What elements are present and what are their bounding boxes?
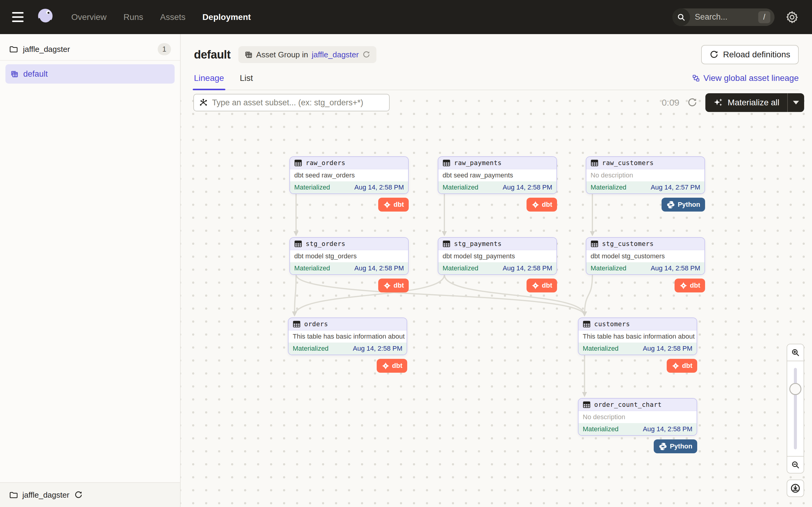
nav-runs[interactable]: Runs <box>123 12 143 22</box>
asset-node-stg_orders[interactable]: stg_ordersdbt model stg_ordersMaterializ… <box>289 237 409 292</box>
asset-card[interactable]: ordersThis table has basic information a… <box>288 318 407 355</box>
dbt-badge-label: dbt <box>542 282 552 289</box>
asset-card[interactable]: raw_ordersdbt seed raw_ordersMaterialize… <box>289 156 409 194</box>
materialize-options-caret[interactable] <box>788 93 804 112</box>
table-icon <box>443 159 450 167</box>
code-location-footer[interactable]: jaffle_dagster <box>0 482 180 507</box>
materialized-timestamp[interactable]: Aug 14, 2:57 PM <box>651 183 700 191</box>
asset-description: dbt model stg_orders <box>290 250 408 262</box>
materialized-timestamp[interactable]: Aug 14, 2:58 PM <box>643 345 692 352</box>
asset-description: dbt model stg_payments <box>438 250 556 262</box>
zoom-in-button[interactable] <box>787 344 804 361</box>
workspace-link[interactable]: jaffle_dagster <box>312 50 359 59</box>
dbt-badge: dbt <box>378 279 409 292</box>
sidebar-item-label: default <box>23 69 48 79</box>
materialized-status: Materialized <box>591 264 626 272</box>
materialized-timestamp[interactable]: Aug 14, 2:58 PM <box>503 264 552 272</box>
materialized-timestamp[interactable]: Aug 14, 2:58 PM <box>354 264 404 272</box>
asset-card-footer: MaterializedAug 14, 2:58 PM <box>438 181 556 193</box>
asset-node-stg_payments[interactable]: stg_paymentsdbt model stg_paymentsMateri… <box>438 237 557 292</box>
asset-name: order_count_chart <box>594 401 662 408</box>
refresh-icon[interactable] <box>362 51 370 59</box>
asset-card[interactable]: customersThis table has basic informatio… <box>578 318 697 355</box>
lineage-graph[interactable]: 0:09 Materialize all <box>181 90 812 507</box>
refresh-graph-icon[interactable] <box>687 98 698 108</box>
asset-card-header: stg_payments <box>438 238 556 250</box>
view-global-asset-lineage-link[interactable]: View global asset lineage <box>692 73 799 90</box>
search-input[interactable] <box>695 12 746 22</box>
dbt-icon <box>679 282 688 290</box>
sparkle-icon <box>713 98 723 108</box>
asset-node-raw_customers[interactable]: raw_customersNo descriptionMaterializedA… <box>586 156 705 212</box>
dbt-badge: dbt <box>378 198 409 212</box>
materialized-timestamp[interactable]: Aug 14, 2:58 PM <box>503 183 552 191</box>
table-icon <box>583 320 591 328</box>
asset-card[interactable]: order_count_chartNo descriptionMateriali… <box>578 398 697 436</box>
table-icon <box>591 240 598 248</box>
asset-card[interactable]: stg_customersdbt model stg_customersMate… <box>586 237 705 275</box>
dbt-icon <box>531 201 540 209</box>
sidebar-item-default[interactable]: default <box>5 64 174 83</box>
zoom-slider-handle[interactable] <box>789 383 801 395</box>
asset-description: No description <box>586 169 704 181</box>
global-search[interactable]: / <box>672 8 774 26</box>
top-nav: Overview Runs Assets Deployment / <box>0 0 812 34</box>
asset-card-footer: MaterializedAug 14, 2:57 PM <box>586 181 704 193</box>
reload-definitions-button[interactable]: Reload definitions <box>701 45 799 64</box>
search-icon <box>672 8 690 26</box>
dbt-icon <box>383 201 391 209</box>
zoom-out-button[interactable] <box>787 456 804 473</box>
asset-node-order_count_chart[interactable]: order_count_chartNo descriptionMateriali… <box>578 398 697 453</box>
dbt-badge: dbt <box>526 198 557 212</box>
asset-card[interactable]: stg_ordersdbt model stg_ordersMaterializ… <box>289 237 409 275</box>
nav-overview[interactable]: Overview <box>71 12 107 22</box>
sidebar-item-jaffle-dagster[interactable]: jaffle_dagster 1 <box>0 38 180 61</box>
dbt-badge-label: dbt <box>690 282 700 289</box>
materialized-status: Materialized <box>293 345 329 352</box>
materialized-timestamp[interactable]: Aug 14, 2:58 PM <box>643 425 692 433</box>
materialized-timestamp[interactable]: Aug 14, 2:58 PM <box>354 183 404 191</box>
folder-icon <box>9 491 17 499</box>
asset-node-stg_customers[interactable]: stg_customersdbt model stg_customersMate… <box>586 237 705 292</box>
asset-card-footer: MaterializedAug 14, 2:58 PM <box>290 262 408 274</box>
materialized-status: Materialized <box>583 345 619 352</box>
zoom-slider[interactable] <box>787 361 804 456</box>
page-title: default <box>194 48 231 61</box>
asset-node-customers[interactable]: customersThis table has basic informatio… <box>578 318 697 373</box>
asset-subset-input[interactable] <box>212 98 384 107</box>
settings-gear-icon[interactable] <box>785 11 799 24</box>
asset-card[interactable]: raw_paymentsdbt seed raw_paymentsMateria… <box>438 156 557 194</box>
materialize-all-button[interactable]: Materialize all <box>705 93 804 112</box>
materialized-timestamp[interactable]: Aug 14, 2:58 PM <box>353 345 402 352</box>
nav-assets[interactable]: Assets <box>160 12 186 22</box>
asset-group-icon <box>244 51 253 59</box>
dagster-logo[interactable] <box>36 7 56 27</box>
asset-node-raw_payments[interactable]: raw_paymentsdbt seed raw_paymentsMateria… <box>438 156 557 212</box>
reload-location-icon[interactable] <box>74 491 83 499</box>
asset-card-footer: MaterializedAug 14, 2:58 PM <box>578 343 697 355</box>
asset-card[interactable]: raw_customersNo descriptionMaterializedA… <box>586 156 705 194</box>
asset-node-orders[interactable]: ordersThis table has basic information a… <box>288 318 407 373</box>
hamburger-menu-icon[interactable] <box>12 11 26 23</box>
asset-subset-filter[interactable] <box>193 94 390 111</box>
download-graph-button[interactable] <box>786 480 804 497</box>
tab-list[interactable]: List <box>240 73 253 90</box>
table-icon <box>294 240 302 248</box>
asset-node-raw_orders[interactable]: raw_ordersdbt seed raw_ordersMaterialize… <box>289 156 409 212</box>
tab-lineage[interactable]: Lineage <box>194 73 224 90</box>
nav-deployment[interactable]: Deployment <box>202 12 251 22</box>
asset-card-footer: MaterializedAug 14, 2:58 PM <box>586 262 704 274</box>
materialized-timestamp[interactable]: Aug 14, 2:58 PM <box>651 264 700 272</box>
sidebar-item-label: jaffle_dagster <box>23 45 70 54</box>
asset-name: stg_orders <box>306 240 345 247</box>
lineage-icon <box>692 74 700 82</box>
zoom-slider-track[interactable] <box>794 368 797 449</box>
dbt-badge: dbt <box>526 279 557 292</box>
asset-card[interactable]: stg_paymentsdbt model stg_paymentsMateri… <box>438 237 557 275</box>
table-icon <box>293 320 301 328</box>
materialized-status: Materialized <box>591 183 626 191</box>
python-badge: Python <box>662 198 705 212</box>
dbt-icon <box>671 362 680 370</box>
asset-description: This table has basic information about .… <box>578 331 697 343</box>
asset-name: raw_orders <box>306 159 345 167</box>
